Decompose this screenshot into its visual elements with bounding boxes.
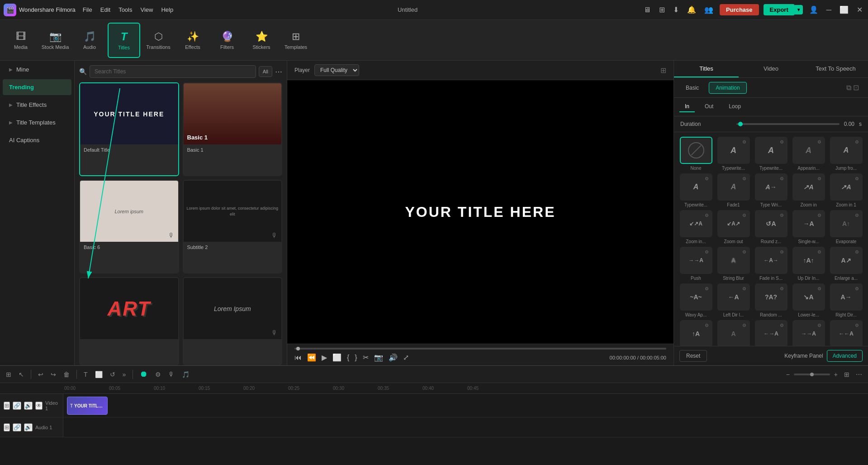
sidebar-item-title-effects[interactable]: ▶ Title Effects (3, 97, 71, 113)
tool-media[interactable]: 🎞 Media (5, 23, 37, 58)
anim-left-dir[interactable]: ←A ⚙ Left Dir l... (716, 283, 751, 317)
sidebar-item-mine[interactable]: ▶ Mine (3, 62, 71, 77)
tool-filters[interactable]: 🔮 Filters (211, 23, 243, 58)
track-link-icon[interactable]: 🔗 (13, 402, 21, 410)
quality-select[interactable]: Full Quality (314, 64, 359, 76)
anim-typewrite1[interactable]: A ⚙ Typewrite... (716, 137, 751, 171)
audio-track-link-icon[interactable]: 🔗 (13, 423, 21, 431)
title-card-basic6[interactable]: Lorem ipsum 🎙 Basic 6 (79, 180, 179, 273)
duration-slider[interactable] (736, 123, 840, 125)
tab-text-to-speech[interactable]: Text To Speech (803, 61, 868, 77)
tl-zoom-out-button[interactable]: − (784, 369, 792, 379)
more-controls-button[interactable]: ⤢ (403, 353, 409, 362)
filter-button[interactable]: All (259, 66, 272, 77)
tab-titles[interactable]: Titles (674, 61, 739, 77)
tl-delete-button[interactable]: 🗑 (61, 369, 72, 379)
keyframe-panel-button[interactable]: Keyframe Panel (784, 353, 823, 359)
audio-track-volume-icon[interactable]: 🔊 (24, 423, 33, 431)
anim-zoom-in1[interactable]: ↗A ⚙ Zoom in 1 (829, 173, 863, 207)
template-icon[interactable]: ⊞ (657, 4, 667, 16)
anim-tab-loop[interactable]: Loop (723, 101, 746, 112)
people-icon[interactable]: 👥 (702, 4, 715, 16)
purchase-button[interactable]: Purchase (720, 4, 759, 15)
anim-28[interactable]: ←→A ⚙ (754, 320, 788, 346)
tab-video[interactable]: Video (739, 61, 803, 77)
anim-27[interactable]: A ⚙ (716, 320, 751, 346)
download-icon[interactable]: ⬇ (671, 4, 681, 16)
track-add-icon[interactable]: ⊞ (4, 402, 10, 410)
tl-more-button[interactable]: » (120, 369, 128, 379)
title-clip[interactable]: T YOUR TITLE... (67, 397, 108, 415)
anim-wavy-ap[interactable]: ~A~ ⚙ Wavy Ap... (678, 283, 713, 317)
clip-button[interactable]: ✂ (363, 353, 369, 362)
anim-jump-from[interactable]: A ⚙ Jump fro... (829, 137, 863, 171)
play-button[interactable]: ▶ (322, 353, 327, 362)
anim-enlarge[interactable]: A↗ ⚙ Enlarge a... (829, 247, 863, 281)
audio-button[interactable]: 🔊 (389, 353, 398, 362)
sidebar-item-ai-captions[interactable]: AI Captions (3, 132, 71, 148)
anim-typewrite2[interactable]: A ⚙ Typewrite... (754, 137, 788, 171)
tl-settings-button[interactable]: ⚙ (153, 369, 163, 379)
title-card-lorem[interactable]: Lorem Ipsum 🎙 (183, 277, 283, 365)
anim-lower-le[interactable]: ↘A ⚙ Lower-le... (791, 283, 826, 317)
anim-single-w[interactable]: →A ⚙ Single-w... (791, 210, 826, 244)
tl-layout-button[interactable]: ⊞ (842, 369, 852, 379)
tl-undo-button[interactable]: ↩ (36, 369, 46, 379)
anim-zoom-out[interactable]: ↙A↗ ⚙ Zoom out (716, 210, 751, 244)
menu-view[interactable]: View (140, 6, 153, 13)
anim-zoom-in2[interactable]: ↙↗A ⚙ Zoom in... (678, 210, 713, 244)
anim-random[interactable]: ?A? ⚙ Random ... (754, 283, 788, 317)
subtab-animation[interactable]: Animation (709, 82, 746, 94)
tl-audio-button[interactable]: 🎵 (180, 369, 192, 379)
tl-rotate-button[interactable]: ↺ (108, 369, 118, 379)
tool-titles[interactable]: T Titles (108, 23, 140, 58)
more-options-button[interactable]: ⋯ (275, 67, 282, 76)
maximize-button[interactable]: ⬜ (838, 4, 850, 16)
tl-record-button[interactable]: ⏺ (138, 368, 150, 380)
menu-tools[interactable]: Tools (119, 6, 132, 13)
tool-audio[interactable]: 🎵 Audio (73, 23, 106, 58)
step-back-button[interactable]: ⏪ (307, 353, 316, 362)
track-visibility-icon[interactable]: 👁 (35, 402, 43, 410)
anim-type-write[interactable]: A→ ⚙ Type Wri... (754, 173, 788, 207)
sidebar-item-title-templates[interactable]: ▶ Title Templates (3, 115, 71, 130)
tool-stickers[interactable]: ⭐ Stickers (245, 23, 278, 58)
advanced-button[interactable]: Advanced (827, 350, 863, 362)
paste-icon[interactable]: ⊡ (853, 83, 859, 92)
anim-zoom-in[interactable]: ↗A ⚙ Zoom in (791, 173, 826, 207)
mark-out-button[interactable]: } (355, 354, 357, 362)
anim-string-blur[interactable]: A ⚙ String Blur (716, 247, 751, 281)
title-card-default[interactable]: YOUR TITLE HERE Default Title (79, 82, 179, 176)
title-card-art[interactable]: ART (79, 277, 179, 365)
export-button[interactable]: Export (764, 4, 795, 15)
sidebar-item-trending[interactable]: Trending (3, 79, 71, 95)
title-card-subtitle2[interactable]: Lorem ipsum dolor sit amet, consectetur … (183, 180, 283, 273)
anim-evaporate[interactable]: A↑ ⚙ Evaporate (829, 210, 863, 244)
tl-grid-button[interactable]: ⊞ (4, 369, 14, 379)
anim-tab-out[interactable]: Out (699, 101, 719, 112)
anim-round-z[interactable]: ↺A ⚙ Round z... (754, 210, 788, 244)
anim-tab-in[interactable]: In (679, 101, 695, 112)
anim-fade1[interactable]: A ⚙ Fade1 (716, 173, 751, 207)
tool-transitions[interactable]: ⬡ Transitions (142, 23, 175, 58)
anim-26[interactable]: ↑A ⚙ (678, 320, 713, 346)
tl-zoom-in-button[interactable]: + (832, 369, 840, 379)
tl-text-button[interactable]: T (81, 369, 90, 379)
anim-push[interactable]: →→A ⚙ Push (678, 247, 713, 281)
snapshot-button[interactable]: 📷 (374, 353, 383, 362)
avatar-button[interactable]: 👤 (807, 4, 820, 16)
track-volume-icon[interactable]: 🔊 (24, 402, 33, 410)
screen-icon[interactable]: 🖥 (642, 4, 653, 16)
anim-typewrite3[interactable]: A ⚙ Typewrite... (678, 173, 713, 207)
tl-rect-button[interactable]: ⬜ (93, 369, 105, 379)
tool-stock-media[interactable]: 📷 Stock Media (39, 23, 71, 58)
title-card-basic1[interactable]: Basic 1 Basic 1 (183, 82, 283, 176)
anim-fade-in-s[interactable]: ←A→ ⚙ Fade in S... (754, 247, 788, 281)
menu-edit[interactable]: Edit (100, 6, 110, 13)
tl-mic-button[interactable]: 🎙 (166, 369, 177, 379)
anim-29[interactable]: →→A ⚙ (791, 320, 826, 346)
anim-none[interactable]: None (678, 137, 713, 171)
anim-right-dir[interactable]: A→ ⚙ Right Dir... (829, 283, 863, 317)
tl-select-button[interactable]: ↖ (16, 369, 26, 379)
anim-appearing[interactable]: A ⚙ Appearin... (791, 137, 826, 171)
